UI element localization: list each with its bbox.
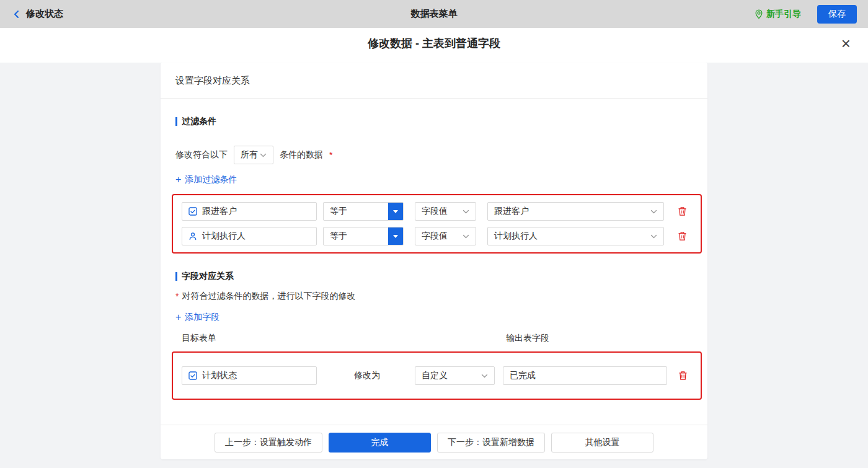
plus-icon: + <box>175 175 181 185</box>
filter-field-select[interactable]: 跟进客户 <box>182 202 317 221</box>
other-settings-button[interactable]: 其他设置 <box>551 433 653 453</box>
section-accent-bar <box>175 272 177 281</box>
mapping-field-select[interactable]: 计划状态 <box>182 366 317 385</box>
operator-caret-button[interactable] <box>388 203 403 220</box>
guide-label: 新手引导 <box>766 9 801 20</box>
add-field-label: 添加字段 <box>185 312 219 323</box>
close-icon[interactable]: × <box>841 35 851 51</box>
beginner-guide-link[interactable]: 新手引导 <box>755 9 801 20</box>
chevron-down-icon <box>650 234 657 239</box>
mapping-column-headers: 目标表单 输出表字段 <box>161 333 707 344</box>
match-type-select[interactable]: 所有 <box>234 146 273 164</box>
operator-select[interactable]: 等于 <box>323 202 404 221</box>
back-button[interactable]: 修改状态 <box>11 8 63 20</box>
next-step-button[interactable]: 下一步：设置新增数据 <box>437 433 545 453</box>
filter-section-label: 过滤条件 <box>182 116 216 127</box>
value-mode-select[interactable]: 自定义 <box>415 366 495 385</box>
chevron-down-icon <box>260 153 267 157</box>
filter-highlight-box: 跟进客户 等于 字段值 跟进客户 <box>172 194 702 254</box>
add-filter-link[interactable]: + 添加过滤条件 <box>175 174 237 185</box>
dialog-title: 修改数据 - 主表到普通字段 <box>368 36 500 51</box>
dialog-header: 修改数据 - 主表到普通字段 × <box>0 28 868 59</box>
dialog-content: 设置字段对应关系 过滤条件 修改符合以下 所有 条件的数据 * + <box>0 63 868 468</box>
filter-row: 跟进客户 等于 字段值 跟进客户 <box>182 202 692 221</box>
custom-value-input[interactable] <box>503 366 667 385</box>
delete-row-icon[interactable] <box>678 206 687 216</box>
filter-row: 计划执行人 等于 字段值 计划执行人 <box>182 227 692 245</box>
chevron-down-icon <box>463 210 469 214</box>
checkbox-field-icon <box>188 207 197 216</box>
condition-line: 修改符合以下 所有 条件的数据 * <box>175 146 693 164</box>
config-card: 设置字段对应关系 过滤条件 修改符合以下 所有 条件的数据 * + <box>161 63 707 459</box>
mapping-highlight-box: 计划状态 修改为 自定义 <box>172 351 702 400</box>
condition-suffix: 条件的数据 <box>280 149 323 161</box>
plus-icon: + <box>175 312 181 322</box>
value-type-select[interactable]: 字段值 <box>415 227 476 245</box>
card-footer: 上一步：设置触发动作 完成 下一步：设置新增数据 其他设置 <box>161 425 707 459</box>
card-body: 过滤条件 修改符合以下 所有 条件的数据 * + 添加过滤条件 <box>161 99 707 425</box>
condition-prefix: 修改符合以下 <box>175 149 228 161</box>
card-header: 设置字段对应关系 <box>161 63 707 99</box>
filter-section-title: 过滤条件 <box>175 116 693 127</box>
section-accent-bar <box>175 117 177 126</box>
add-field-link[interactable]: + 添加字段 <box>175 312 219 323</box>
required-mark: * <box>329 150 332 160</box>
value-type-label: 字段值 <box>422 206 448 217</box>
add-filter-label: 添加过滤条件 <box>185 174 237 185</box>
required-mark: * <box>175 291 179 301</box>
target-form-header: 目标表单 <box>182 333 216 344</box>
operator-caret-button[interactable] <box>388 227 403 245</box>
topbar: 修改状态 数据表菜单 新手引导 保存 <box>0 0 868 28</box>
caret-down-icon <box>393 235 398 238</box>
filter-value-select[interactable]: 计划执行人 <box>487 227 664 245</box>
mapping-description: * 对符合过滤条件的数据，进行以下字段的修改 <box>175 291 693 302</box>
prev-step-button[interactable]: 上一步：设置触发动作 <box>215 433 322 453</box>
mapping-section-label: 字段对应关系 <box>182 271 234 282</box>
chevron-down-icon <box>463 234 469 239</box>
value-mode-label: 自定义 <box>422 370 448 381</box>
chevron-down-icon <box>481 374 488 378</box>
user-field-icon <box>188 232 197 241</box>
back-chevron-icon <box>11 9 22 20</box>
back-label[interactable]: 修改状态 <box>26 8 63 20</box>
output-field-header: 输出表字段 <box>506 333 549 344</box>
value-type-select[interactable]: 字段值 <box>415 202 476 221</box>
mapping-row: 计划状态 修改为 自定义 <box>182 366 692 385</box>
mapping-field-label: 计划状态 <box>202 370 237 381</box>
delete-row-icon[interactable] <box>678 371 688 381</box>
operator-select[interactable]: 等于 <box>323 227 404 245</box>
chevron-down-icon <box>650 210 657 214</box>
checkbox-field-icon <box>188 371 197 380</box>
operator-label: 等于 <box>324 203 388 220</box>
operator-label: 等于 <box>324 227 388 245</box>
match-type-value: 所有 <box>241 149 258 161</box>
caret-down-icon <box>393 210 398 213</box>
delete-row-icon[interactable] <box>678 231 687 241</box>
modify-to-label: 修改为 <box>354 370 380 381</box>
filter-value-select[interactable]: 跟进客户 <box>487 202 664 221</box>
location-pin-icon <box>755 9 763 19</box>
mapping-description-text: 对符合过滤条件的数据，进行以下字段的修改 <box>182 291 355 302</box>
topbar-actions: 新手引导 保存 <box>755 5 857 24</box>
page-title: 数据表菜单 <box>411 8 458 20</box>
filter-value-label: 跟进客户 <box>494 206 529 217</box>
filter-field-label: 跟进客户 <box>202 206 237 217</box>
filter-field-select[interactable]: 计划执行人 <box>182 227 317 245</box>
mapping-section-title: 字段对应关系 <box>175 271 693 282</box>
filter-value-label: 计划执行人 <box>494 231 538 242</box>
done-button[interactable]: 完成 <box>329 433 431 453</box>
save-button[interactable]: 保存 <box>817 5 857 24</box>
value-type-label: 字段值 <box>422 231 448 242</box>
filter-field-label: 计划执行人 <box>202 231 246 242</box>
